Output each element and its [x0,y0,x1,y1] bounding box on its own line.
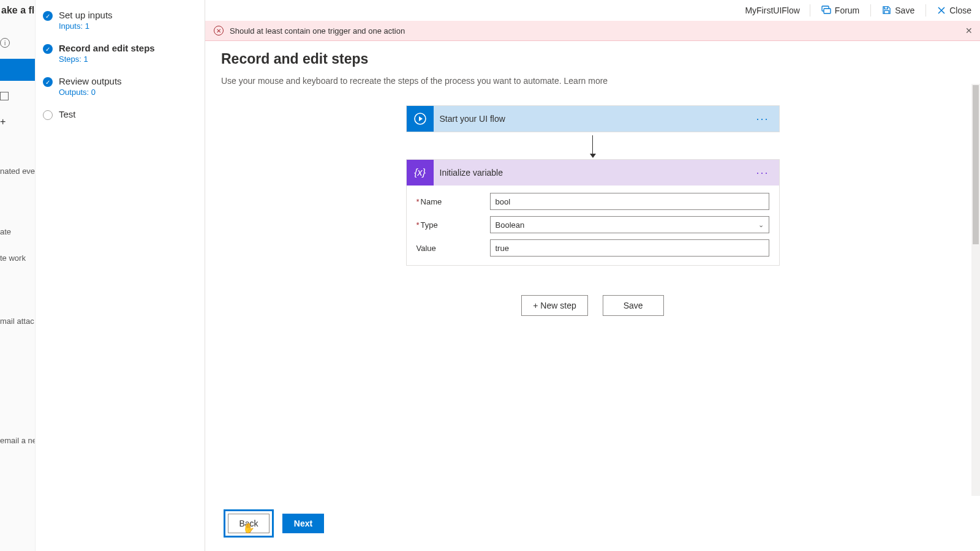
error-icon: ✕ [214,26,224,36]
text-fragment: nated even [0,167,35,176]
forum-button[interactable]: Forum [816,3,864,18]
save-icon [882,6,891,15]
divider [870,4,871,17]
initialize-variable-header[interactable]: {x} Initialize variable ··· [407,160,779,186]
name-label: *Name [417,197,490,206]
chevron-down-icon: ⌄ [758,221,764,229]
check-icon [43,11,53,21]
bottom-navigation: Back ✋ Next [205,496,980,551]
close-label: Close [949,6,971,15]
start-flow-header[interactable]: Start your UI flow ··· [407,106,779,132]
content-area: Record and edit steps Use your mouse and… [205,41,980,551]
main-panel: ✕ Should at least contain one trigger an… [205,21,980,551]
selected-nav-fragment [0,59,35,81]
svg-rect-1 [824,9,831,13]
flow-canvas: Start your UI flow ··· {x} Initialize va… [220,105,965,316]
value-label: Value [417,244,490,253]
page-description: Use your mouse and keyboard to recreate … [221,76,965,86]
wizard-step-inputs[interactable]: Set up inputs Inputs: 1 [36,4,205,37]
name-input[interactable] [490,193,769,210]
card-menu-button[interactable]: ··· [746,167,778,179]
variable-icon: {x} [407,160,434,186]
wizard-step-label: Set up inputs [59,10,113,20]
wizard-step-record[interactable]: Record and edit steps Steps: 1 [36,37,205,70]
record-icon [407,106,434,132]
initialize-variable-card: {x} Initialize variable ··· *Name *Type … [406,159,780,266]
close-icon [937,6,946,15]
canvas-actions: + New step Save [521,295,663,316]
type-select-value: Boolean [496,220,525,230]
page-title: Record and edit steps [221,51,965,67]
arrow-down-icon [592,132,593,159]
chat-icon [821,6,831,15]
scrollbar-thumb[interactable] [973,85,979,244]
background-panel-slice: ake a flo i + nated even ate te work mai… [0,0,36,551]
initialize-variable-body: *Name *Type Boolean ⌄ Value [407,186,779,265]
circle-icon [43,110,53,120]
back-button[interactable]: Back [228,514,270,533]
check-icon [43,77,53,87]
wizard-step-sublabel: Inputs: 1 [59,21,113,31]
text-fragment: mail attac [0,317,35,326]
wizard-step-label: Test [59,109,76,119]
forum-label: Forum [835,6,859,15]
back-button-focus-ring: Back ✋ [224,509,274,538]
save-button[interactable]: Save [877,3,919,18]
wizard-step-sublabel: Outputs: 0 [59,88,122,97]
dismiss-banner-button[interactable]: ✕ [965,26,973,36]
wizard-step-test[interactable]: Test [36,103,205,126]
start-flow-title: Start your UI flow [434,114,747,124]
type-label: *Type [417,220,490,230]
wizard-step-label: Record and edit steps [59,43,155,53]
check-icon [43,44,53,54]
wizard-step-sublabel: Steps: 1 [59,54,155,64]
canvas-save-button[interactable]: Save [603,295,664,316]
card-menu-button[interactable]: ··· [746,113,778,126]
text-fragment: email a ne [0,436,35,445]
text-fragment: te work [0,253,35,263]
next-button[interactable]: Next [282,514,324,533]
error-message: Should at least contain one trigger and … [230,26,405,36]
plus-icon: + [0,116,35,127]
wizard-step-outputs[interactable]: Review outputs Outputs: 0 [36,70,205,103]
error-banner: ✕ Should at least contain one trigger an… [205,21,980,41]
wizard-step-label: Review outputs [59,76,122,86]
background-title-fragment: ake a flo [0,0,35,21]
info-icon: i [0,38,10,48]
start-flow-card: Start your UI flow ··· [406,105,780,132]
divider [925,4,926,17]
wizard-steps-sidebar: Set up inputs Inputs: 1 Record and edit … [36,0,205,551]
value-input[interactable] [490,239,769,257]
save-label: Save [895,6,914,15]
type-select[interactable]: Boolean ⌄ [490,216,769,233]
learn-more-link[interactable]: Learn more [564,76,608,86]
clipboard-icon [0,92,9,100]
new-step-button[interactable]: + New step [521,295,587,316]
initialize-variable-title: Initialize variable [434,168,747,178]
top-command-bar: MyFirstUIFlow Forum Save Close [205,0,980,21]
flow-name-label[interactable]: MyFirstUIFlow [745,6,799,15]
divider [810,4,810,17]
close-button[interactable]: Close [932,3,976,18]
text-fragment: ate [0,227,35,236]
